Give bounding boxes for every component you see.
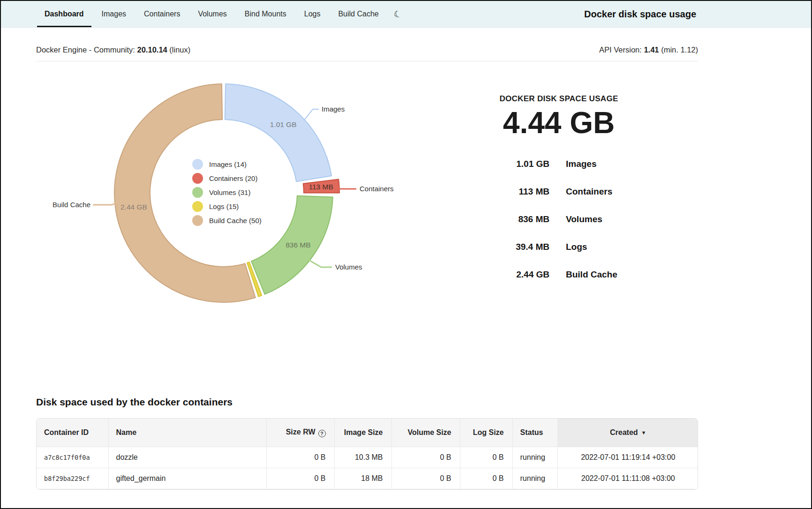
legend-item[interactable]: Containers (20) — [192, 171, 262, 185]
tab-volumes[interactable]: Volumes — [190, 1, 234, 27]
cell-name: gifted_germain — [108, 468, 266, 489]
engine-label: Docker Engine - Community: — [36, 45, 135, 54]
summary-row: 1.01 GB Images — [451, 150, 667, 178]
summary-size: 2.44 GB — [451, 269, 549, 280]
legend-item-label: Images (14) — [209, 160, 247, 168]
engine-version: 20.10.14 — [137, 45, 167, 54]
legend-item[interactable]: Logs (15) — [192, 199, 262, 213]
container-row: a7c8c17f0f0a dozzle 0 B 10.3 MB 0 B 0 B … — [37, 447, 698, 468]
summary-label: Images — [566, 159, 667, 169]
summary-size: 39.4 MB — [451, 242, 549, 252]
summary-total: 4.44 GB — [451, 107, 667, 139]
callout-line-images — [305, 109, 319, 120]
col-size-rw[interactable]: Size RW? — [266, 419, 334, 447]
cell-log-size: 0 B — [460, 447, 512, 468]
api-version-info: API Version: 1.41 (min. 1.12) — [599, 45, 698, 54]
api-min-version: (min. 1.12) — [661, 45, 698, 54]
col-image-size[interactable]: Image Size — [334, 419, 391, 447]
cell-status: running — [512, 447, 557, 468]
engine-info-row: Docker Engine - Community: 20.10.14 (lin… — [36, 28, 698, 54]
slice-size-label: 836 MB — [286, 241, 310, 249]
col-created[interactable]: Created▼ — [557, 419, 698, 447]
tab-containers[interactable]: Containers — [136, 1, 188, 27]
slice-size-label: 113 MB — [308, 183, 333, 191]
cell-container-id: a7c8c17f0f0a — [37, 447, 108, 468]
docker-disk-usage-app: { "app": { "title": "Docker disk space u… — [0, 0, 812, 509]
callout-label-containers: Containers — [360, 185, 394, 193]
legend-item-label: Volumes (31) — [209, 188, 250, 196]
engine-platform: (linux) — [169, 45, 190, 54]
theme-toggle-button[interactable]: ☾ — [386, 1, 409, 27]
legend-item[interactable]: Volumes (31) — [192, 185, 262, 199]
legend-item-label: Logs (15) — [209, 202, 239, 210]
col-volume-size[interactable]: Volume Size — [391, 419, 460, 447]
legend-color-dot — [192, 215, 203, 226]
chart-legend: Images (14) Containers (20) Volumes (31)… — [192, 157, 262, 227]
legend-color-dot — [192, 159, 203, 170]
cell-size-rw: 0 B — [266, 468, 334, 489]
slice-size-label: 1.01 GB — [270, 120, 297, 128]
cell-created: 2022-07-01 11:11:08 +03:00 — [557, 468, 698, 489]
summary-size: 113 MB — [451, 187, 549, 197]
callout-label-volumes: Volumes — [335, 263, 362, 271]
containers-table: Container ID Name Size RW? Image Size Vo… — [36, 418, 698, 490]
engine-info: Docker Engine - Community: 20.10.14 (lin… — [36, 45, 190, 54]
col-name[interactable]: Name — [108, 419, 266, 447]
legend-item-label: Build Cache (50) — [209, 217, 262, 225]
cell-image-size: 18 MB — [334, 468, 391, 489]
top-nav: Dashboard Images Containers Volumes Bind… — [1, 1, 811, 28]
tab-images[interactable]: Images — [94, 1, 134, 27]
sort-desc-icon: ▼ — [641, 430, 647, 435]
api-label: API Version: — [599, 45, 642, 54]
summary-panel: DOCKER DISK SPACE USAGE 4.44 GB 1.01 GB … — [451, 94, 667, 288]
callout-label-images: Images — [322, 105, 345, 113]
summary-heading: DOCKER DISK SPACE USAGE — [451, 94, 667, 104]
callout-label-build-cache: Build Cache — [53, 201, 90, 209]
app-title: Docker disk space usage — [584, 1, 696, 27]
tab-build-cache[interactable]: Build Cache — [331, 1, 386, 27]
containers-table-heading: Disk space used by the docker containers — [36, 397, 698, 408]
summary-size: 836 MB — [451, 214, 549, 225]
cell-created: 2022-07-01 11:19:14 +03:00 — [557, 447, 698, 468]
col-size-rw-label: Size RW — [286, 428, 316, 436]
cell-volume-size: 0 B — [391, 447, 460, 468]
legend-color-dot — [192, 173, 203, 184]
legend-item-label: Containers (20) — [209, 174, 257, 182]
tab-dashboard[interactable]: Dashboard — [37, 1, 91, 27]
cell-log-size: 0 B — [460, 468, 512, 489]
col-status[interactable]: Status — [512, 419, 557, 447]
cell-size-rw: 0 B — [266, 447, 334, 468]
summary-label: Logs — [566, 242, 667, 252]
summary-row: 836 MB Volumes — [451, 205, 667, 233]
container-row: b8f29ba229cf gifted_germain 0 B 18 MB 0 … — [37, 468, 698, 489]
summary-label: Containers — [566, 187, 667, 197]
slice-size-label: 2.44 GB — [120, 203, 147, 211]
legend-item[interactable]: Build Cache (50) — [192, 213, 262, 227]
summary-row: 2.44 GB Build Cache — [451, 261, 667, 288]
summary-row: 39.4 MB Logs — [451, 233, 667, 261]
summary-size: 1.01 GB — [451, 159, 549, 169]
col-created-label: Created — [610, 428, 638, 436]
summary-rows: 1.01 GB Images 113 MB Containers 836 MB … — [451, 150, 667, 288]
nav-tabs: Dashboard Images Containers Volumes Bind… — [37, 1, 386, 27]
summary-label: Build Cache — [566, 269, 667, 280]
moon-icon: ☾ — [392, 8, 403, 20]
main-content: Docker Engine - Community: 20.10.14 (lin… — [36, 28, 698, 490]
col-container-id[interactable]: Container ID — [37, 419, 108, 447]
summary-row: 113 MB Containers — [451, 178, 667, 205]
cell-status: running — [512, 468, 557, 489]
tab-logs[interactable]: Logs — [297, 1, 328, 27]
col-log-size[interactable]: Log Size — [460, 419, 512, 447]
legend-item[interactable]: Images (14) — [192, 157, 262, 171]
legend-color-dot — [192, 201, 203, 212]
disk-usage-chart-section: 1.01 GB113 MB836 MB2.44 GB Images Contai… — [36, 61, 698, 312]
table-header-row: Container ID Name Size RW? Image Size Vo… — [37, 419, 698, 447]
tab-bind-mounts[interactable]: Bind Mounts — [237, 1, 294, 27]
cell-image-size: 10.3 MB — [334, 447, 391, 468]
summary-label: Volumes — [566, 214, 667, 225]
cell-name: dozzle — [108, 447, 266, 468]
help-icon[interactable]: ? — [318, 430, 326, 437]
api-version: 1.41 — [644, 45, 659, 54]
cell-container-id: b8f29ba229cf — [37, 468, 108, 489]
cell-volume-size: 0 B — [391, 468, 460, 489]
